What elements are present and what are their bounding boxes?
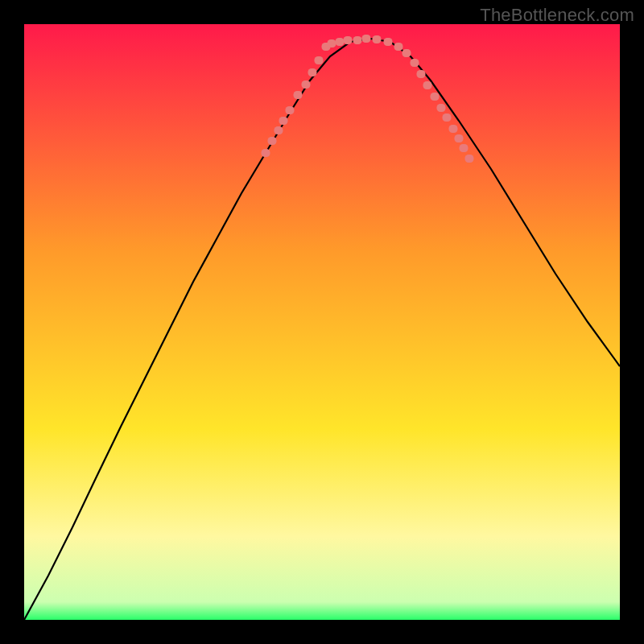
curve-marker: [411, 59, 419, 67]
curve-marker: [286, 106, 295, 114]
curve-marker: [336, 38, 345, 46]
curve-marker: [449, 125, 458, 133]
curve-markers: [262, 35, 474, 163]
curve-marker: [443, 114, 452, 122]
curve-marker: [455, 134, 464, 142]
watermark-text: TheBottleneck.com: [480, 5, 634, 26]
curve-marker: [373, 35, 382, 43]
curve-marker: [465, 155, 474, 163]
curve-marker: [437, 104, 446, 112]
curve-marker: [294, 91, 303, 99]
curve-path: [24, 39, 620, 620]
curve-marker: [353, 36, 362, 44]
curve-marker: [431, 93, 440, 101]
curve-marker: [402, 49, 411, 57]
curve-marker: [262, 149, 270, 157]
curve-marker: [308, 68, 317, 76]
curve-marker: [344, 36, 353, 44]
curve-marker: [460, 144, 469, 152]
curve-marker: [328, 39, 336, 47]
curve-marker: [417, 70, 426, 78]
curve-marker: [362, 35, 371, 43]
curve-marker: [384, 38, 393, 46]
curve-marker: [423, 81, 432, 89]
curve-marker: [315, 56, 324, 64]
bottleneck-curve: [24, 24, 620, 620]
curve-marker: [279, 117, 288, 125]
curve-marker: [302, 80, 311, 89]
curve-marker: [275, 126, 283, 134]
curve-marker: [268, 137, 277, 145]
curve-marker: [394, 43, 403, 51]
chart-plot-area: [24, 24, 620, 620]
